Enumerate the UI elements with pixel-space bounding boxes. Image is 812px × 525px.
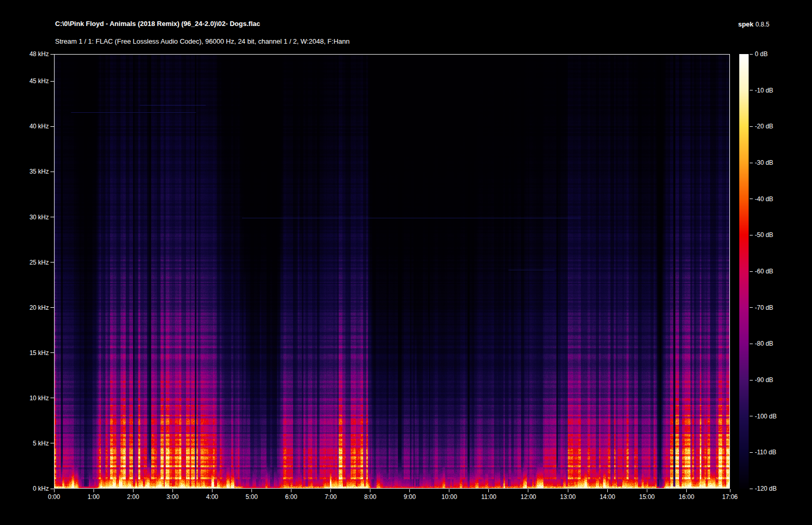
y-tick-label: 0 kHz [7, 484, 49, 493]
x-tick-label: 0:00 [38, 493, 70, 501]
x-tick-label: 2:00 [117, 493, 149, 501]
legend-tick-label: -40 dB [755, 195, 773, 203]
x-axis-tick [94, 489, 94, 492]
legend-tick-label: -20 dB [755, 122, 773, 130]
x-tick-label: 8:00 [355, 493, 386, 501]
x-tick-label: 11:00 [473, 493, 504, 501]
y-axis-tick [50, 398, 54, 398]
x-axis-tick [449, 489, 449, 492]
legend-tick-label: -60 dB [755, 267, 773, 275]
y-axis-tick [50, 126, 54, 127]
legend-tick-label: -30 dB [755, 159, 773, 167]
legend-tick-label: -90 dB [755, 376, 773, 384]
x-axis-tick [607, 489, 608, 492]
x-axis-tick [172, 489, 173, 492]
legend-tick [750, 163, 753, 163]
x-axis-tick [54, 489, 55, 492]
x-axis-tick [291, 489, 291, 492]
stream-info: Stream 1 / 1: FLAC (Free Lossless Audio … [55, 37, 350, 45]
y-axis-tick [50, 217, 54, 217]
y-axis-tick [50, 443, 54, 443]
x-axis-tick [647, 489, 647, 492]
y-axis-tick [50, 307, 54, 308]
y-axis-tick [50, 54, 54, 55]
x-tick-label: 4:00 [196, 493, 228, 501]
x-tick-label: 13:00 [552, 493, 583, 501]
x-tick-label: 15:00 [631, 493, 662, 501]
legend-tick [750, 344, 753, 344]
y-axis-tick [50, 352, 54, 353]
y-tick-label: 30 kHz [7, 213, 49, 221]
x-axis-tick [730, 489, 730, 492]
app-version: spek0.8.5 [738, 20, 769, 28]
x-tick-label: 10:00 [434, 493, 465, 501]
y-tick-label: 20 kHz [7, 304, 49, 312]
legend-tick [750, 126, 753, 127]
x-axis-tick [370, 489, 370, 492]
legend-tick-label: -100 dB [755, 412, 777, 421]
app-version-number: 0.8.5 [755, 21, 769, 28]
x-tick-label: 7:00 [315, 493, 347, 501]
y-tick-label: 35 kHz [7, 167, 49, 176]
legend-tick [750, 199, 753, 199]
y-axis-tick [50, 262, 54, 262]
y-tick-label: 45 kHz [7, 77, 49, 85]
x-axis-tick [528, 489, 528, 492]
x-tick-label: 17:06 [714, 493, 746, 501]
legend-tick-label: -70 dB [755, 304, 773, 312]
legend-tick [750, 416, 753, 416]
legend-tick [750, 452, 753, 453]
legend-tick-label: -120 dB [755, 484, 777, 493]
x-tick-label: 5:00 [236, 493, 267, 501]
legend-tick [750, 90, 753, 90]
y-tick-label: 40 kHz [7, 122, 49, 130]
y-axis-tick [50, 172, 54, 172]
x-axis-tick [212, 489, 212, 492]
x-tick-label: 9:00 [394, 493, 425, 501]
y-tick-label: 10 kHz [7, 394, 49, 402]
legend-tick-label: -50 dB [755, 231, 773, 239]
legend-tick [750, 235, 753, 235]
app-name-label: spek [738, 20, 754, 28]
legend-tick-label: -10 dB [755, 86, 773, 95]
legend-tick-label: -110 dB [755, 448, 776, 456]
x-tick-label: 14:00 [592, 493, 623, 501]
y-tick-label: 48 kHz [7, 50, 49, 58]
legend-tick [750, 54, 753, 55]
legend-tick [750, 380, 753, 380]
legend-tick [750, 271, 753, 272]
x-tick-label: 6:00 [275, 493, 307, 501]
colorbar-legend [739, 54, 749, 489]
x-tick-label: 1:00 [78, 493, 109, 501]
x-axis-tick [133, 489, 134, 492]
y-tick-label: 5 kHz [7, 439, 49, 448]
x-tick-label: 16:00 [671, 493, 702, 501]
spectrogram-canvas [55, 55, 729, 488]
x-axis-tick [409, 489, 410, 492]
x-axis-tick [251, 489, 252, 492]
x-axis-tick [330, 489, 331, 492]
legend-tick-label: 0 dB [755, 50, 768, 58]
legend-tick [750, 307, 753, 308]
y-tick-label: 15 kHz [7, 349, 49, 357]
y-axis-tick [50, 81, 54, 82]
x-tick-label: 12:00 [513, 493, 544, 501]
y-axis-tick [50, 489, 54, 489]
x-axis-tick [568, 489, 568, 492]
legend-tick [750, 489, 753, 489]
x-tick-label: 3:00 [157, 493, 188, 501]
x-axis-tick [686, 489, 687, 492]
legend-tick-label: -80 dB [755, 339, 773, 348]
file-path-title: C:\0\Pink Floyd - Animals (2018 Remix) (… [55, 20, 260, 28]
x-axis-tick [488, 489, 489, 492]
y-tick-label: 25 kHz [7, 258, 49, 267]
